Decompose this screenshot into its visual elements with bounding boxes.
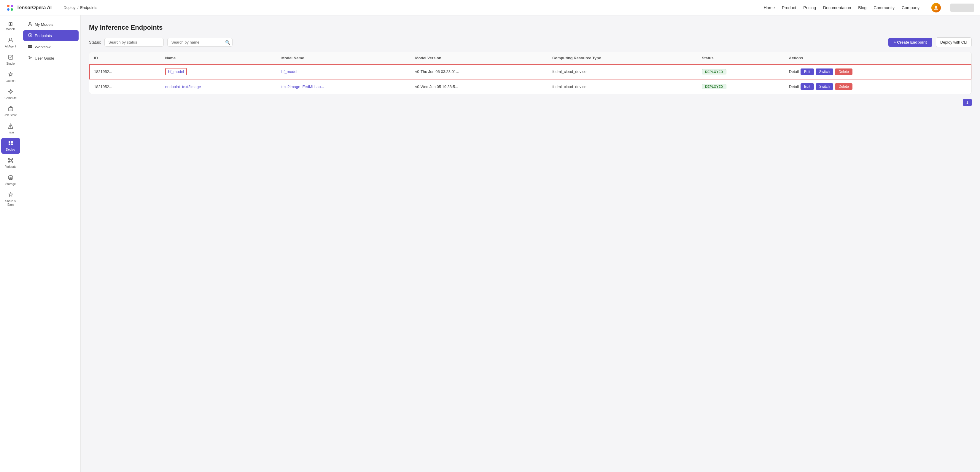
col-computing-resource: Computing Resource Type [547,52,697,64]
nav-blog[interactable]: Blog [858,5,866,10]
page-button-1[interactable]: 1 [963,99,972,106]
endpoints-table-wrapper: ID Name Model Name Model Version Computi… [89,52,972,94]
launch-icon [8,72,14,78]
sidebar-item-launch[interactable]: Launch [1,69,20,85]
nav-home[interactable]: Home [764,5,775,10]
switch-button-1[interactable]: Switch [816,68,833,75]
sec-label-my-models: My Models [35,22,53,27]
sec-item-my-models[interactable]: My Models [23,19,79,30]
model-name-link-2[interactable]: text2image_FedMLLau... [282,84,324,89]
table-body: 1821952... hf_model hf_model v0-Thu Jun … [89,64,971,94]
top-nav: TensorOpera AI Deploy / Endpoints Home P… [0,0,980,16]
switch-button-2[interactable]: Switch [816,83,833,90]
sec-item-endpoints[interactable]: Endpoints [23,30,79,41]
detail-link-1[interactable]: Detail [789,69,799,74]
sidebar-item-federate[interactable]: Federate [1,155,20,171]
search-name-input[interactable] [167,38,232,46]
svg-point-21 [12,161,13,162]
train-icon [8,123,14,130]
sidebar-item-share-earn[interactable]: Share & Earn [1,189,20,209]
delete-button-1[interactable]: Delete [835,68,853,75]
sidebar-label-train: Train [7,131,14,134]
svg-point-27 [29,22,31,24]
cell-actions-2: Detail Edit Switch Delete [784,79,971,94]
cell-computing-resource-2: fedml_cloud_device [547,79,697,94]
breadcrumb-deploy[interactable]: Deploy [64,5,75,10]
sidebar-item-train[interactable]: Train [1,121,20,137]
sidebar-item-models[interactable]: ⊞ Models [1,19,20,33]
share-earn-icon [8,192,14,199]
breadcrumb: Deploy / Endpoints [64,5,97,10]
cell-model-name-1: hf_model [277,64,410,79]
table-row: 1821952... endpoint_text2image text2imag… [89,79,971,94]
svg-rect-30 [28,47,32,48]
sidebar-item-ai-agent[interactable]: AI Agent [1,35,20,51]
models-icon: ⊞ [8,21,13,27]
endpoint-name-link-2[interactable]: endpoint_text2image [165,84,201,89]
sec-item-workflow[interactable]: Workflow [23,41,79,52]
svg-line-23 [11,159,12,160]
sidebar-item-compute[interactable]: Compute [1,86,20,102]
search-status-input[interactable] [104,38,164,46]
nav-community[interactable]: Community [873,5,894,10]
sidebar-label-deploy: Deploy [6,148,15,151]
main-content: My Inference Endpoints Status: 🔍 + Creat… [81,16,980,472]
endpoints-icon [28,33,32,38]
endpoint-name-link-1[interactable]: hf_model [168,69,184,74]
edit-button-2[interactable]: Edit [800,83,814,90]
nav-documentation[interactable]: Documentation [823,5,851,10]
svg-rect-29 [28,46,32,47]
svg-point-8 [10,91,12,93]
create-endpoint-button[interactable]: + Create Endpoint [888,38,932,47]
svg-line-25 [11,161,12,162]
logo[interactable]: TensorOpera AI [6,3,52,12]
svg-line-22 [10,159,10,160]
breadcrumb-sep: / [77,5,79,10]
ai-agent-icon [8,37,14,44]
sidebar-label-models: Models [6,27,15,31]
svg-rect-16 [11,143,13,145]
federate-icon [8,157,14,164]
status-badge-1: DEPLOYED [702,69,726,75]
sidebar-item-studio[interactable]: Studio [1,52,20,68]
svg-point-19 [12,158,13,159]
col-model-name: Model Name [277,52,410,64]
profile-button[interactable] [950,3,974,12]
sidebar-item-deploy[interactable]: Deploy [1,138,20,154]
sidebar-item-job-store[interactable]: Job Store [1,103,20,119]
user-avatar[interactable] [931,3,941,13]
svg-point-18 [8,158,10,159]
svg-point-4 [935,6,937,8]
storage-icon [8,175,14,181]
model-name-link-1[interactable]: hf_model [282,69,297,74]
sidebar-item-storage[interactable]: Storage [1,172,20,188]
deploy-cli-button[interactable]: Deploy with CLI [936,37,972,47]
edit-button-1[interactable]: Edit [800,68,814,75]
job-store-icon [8,106,14,113]
svg-point-0 [7,5,10,7]
toolbar: Status: 🔍 + Create Endpoint Deploy with … [89,37,972,47]
cell-id-1: 1821952... [89,64,161,79]
endpoints-table: ID Name Model Name Model Version Computi… [89,52,971,94]
detail-link-2[interactable]: Detail [789,84,799,89]
svg-point-5 [934,8,938,10]
status-label: Status: [89,40,101,44]
studio-icon [8,54,14,61]
nav-pricing[interactable]: Pricing [803,5,816,10]
table-row: 1821952... hf_model hf_model v0-Thu Jun … [89,64,971,79]
nav-product[interactable]: Product [782,5,796,10]
cell-actions-1: Detail Edit Switch Delete [784,64,971,79]
search-icon[interactable]: 🔍 [225,40,230,45]
col-status: Status [697,52,784,64]
table-header: ID Name Model Name Model Version Computi… [89,52,971,64]
cell-model-version-2: v0-Wed Jun 05 19:38:5... [410,79,547,94]
delete-button-2[interactable]: Delete [835,83,853,90]
col-actions: Actions [784,52,971,64]
cell-name-2: endpoint_text2image [161,79,277,94]
sec-item-user-guide[interactable]: User Guide [23,53,79,64]
nav-company[interactable]: Company [902,5,920,10]
my-models-icon [28,22,32,27]
svg-rect-28 [28,45,32,46]
deploy-icon [8,140,14,147]
sidebar-label-launch: Launch [6,79,16,83]
